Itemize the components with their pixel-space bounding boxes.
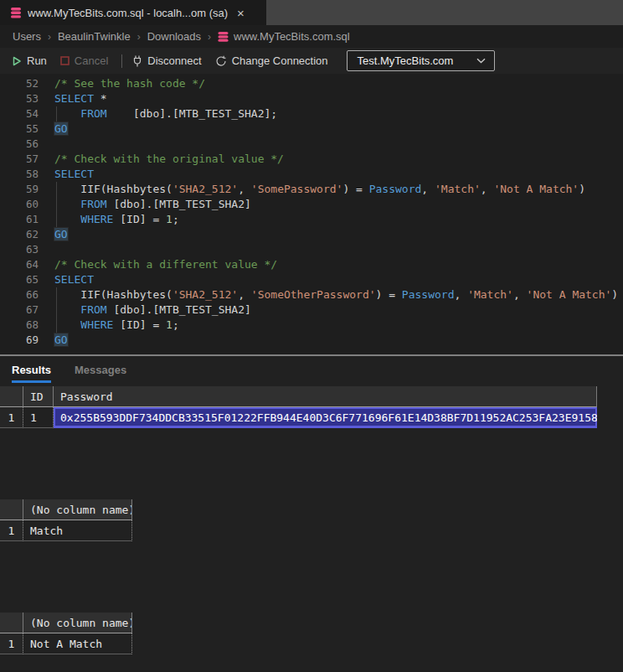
- column-header[interactable]: ID: [23, 386, 54, 407]
- line-number: 58: [0, 167, 39, 182]
- code-text: IIF(Hashbytes('SHA2_512', 'SomeOtherPass…: [54, 287, 618, 302]
- line-number: 56: [0, 137, 39, 152]
- grid-corner-cell[interactable]: [0, 386, 23, 407]
- code-line[interactable]: 59 IIF(Hashbytes('SHA2_512', 'SomePasswo…: [0, 182, 623, 197]
- code-token: ) =: [342, 183, 368, 195]
- row-number-cell[interactable]: 1: [0, 520, 23, 541]
- grid-cell[interactable]: 0x255B593DDF734DDCB33515F01222FFB944E40D…: [54, 407, 597, 428]
- results-tab-bar: Results Messages: [0, 356, 623, 383]
- code-line[interactable]: 53SELECT *: [0, 91, 623, 106]
- code-line[interactable]: 56: [0, 137, 623, 152]
- code-token: Password: [402, 288, 455, 301]
- line-number: 54: [0, 106, 39, 121]
- connection-dropdown[interactable]: Test.MyTecBits.com: [347, 50, 496, 71]
- code-text: SELECT: [54, 272, 94, 287]
- code-line[interactable]: 65SELECT: [0, 272, 623, 287]
- breadcrumb-item-users[interactable]: Users: [13, 30, 41, 43]
- change-connection-button[interactable]: Change Connection: [215, 54, 328, 67]
- code-token: [ID] =: [113, 213, 166, 225]
- line-number: 65: [0, 272, 39, 287]
- tab-bar: www.MyTecBits.com.sql - localh...om (sa)…: [0, 0, 623, 25]
- row-number-cell[interactable]: 1: [0, 633, 23, 654]
- grid-cell[interactable]: 1: [23, 407, 54, 428]
- code-line[interactable]: 68 WHERE [ID] = 1;: [0, 318, 623, 333]
- code-token: SELECT: [54, 92, 94, 105]
- tab-results[interactable]: Results: [12, 364, 51, 383]
- grid-cell[interactable]: Not A Match: [23, 633, 132, 654]
- indent-guide-line: [56, 287, 57, 302]
- breadcrumb-separator: ›: [48, 31, 51, 43]
- code-token: IIF(Hashbytes(: [54, 288, 172, 301]
- column-header[interactable]: Password: [54, 386, 597, 407]
- code-line[interactable]: 52/* See the hash code */: [0, 76, 623, 91]
- code-line[interactable]: 58SELECT: [0, 167, 623, 182]
- code-token: ,: [513, 288, 527, 301]
- code-token: [54, 198, 80, 210]
- code-token: 'Not A Match': [527, 288, 612, 301]
- line-number: 55: [0, 121, 39, 137]
- code-token: Password: [369, 183, 422, 195]
- chevron-down-icon: [476, 58, 486, 64]
- code-line[interactable]: 55GO: [0, 121, 623, 137]
- code-token: ,: [421, 183, 435, 195]
- code-line[interactable]: 67 FROM [dbo].[MTB_TEST_SHA2]: [0, 302, 623, 318]
- code-token: ;: [172, 318, 179, 331]
- row-number-cell[interactable]: 1: [0, 407, 23, 428]
- code-line[interactable]: 60 FROM [dbo].[MTB_TEST_SHA2]: [0, 197, 623, 212]
- code-token: [dbo].[MTB_TEST_SHA2]: [107, 303, 251, 316]
- results-panel: Results Messages IDPassword110x255B593DD…: [0, 356, 623, 670]
- grid-cell[interactable]: Match: [23, 520, 132, 541]
- line-number: 63: [0, 242, 39, 257]
- table-row: 1Not A Match: [0, 633, 132, 654]
- code-token: ,: [238, 183, 251, 195]
- line-number: 53: [0, 91, 39, 106]
- grid-corner-cell[interactable]: [0, 499, 23, 520]
- code-line[interactable]: 66 IIF(Hashbytes('SHA2_512', 'SomeOtherP…: [0, 287, 623, 302]
- grid-corner-cell[interactable]: [0, 613, 23, 633]
- close-icon[interactable]: ×: [237, 7, 245, 19]
- line-number: 67: [0, 302, 39, 318]
- code-token: /* Check with the original value */: [54, 152, 284, 165]
- code-area: 52/* See the hash code */53SELECT *54 FR…: [0, 76, 623, 348]
- indent-guide-line: [56, 182, 57, 197]
- breadcrumb-item-file[interactable]: www.MyTecBits.com.sql: [218, 30, 350, 43]
- column-header[interactable]: (No column name): [23, 499, 132, 520]
- line-number: 59: [0, 182, 39, 197]
- code-text: /* See the hash code */: [54, 76, 205, 91]
- run-button[interactable]: Run: [12, 54, 47, 67]
- disconnect-button[interactable]: Disconnect: [132, 54, 201, 67]
- line-number: 52: [0, 76, 39, 91]
- column-header[interactable]: (No column name): [23, 613, 132, 633]
- code-line[interactable]: 61 WHERE [ID] = 1;: [0, 212, 623, 227]
- line-number: 69: [0, 333, 39, 348]
- code-token: FROM: [80, 198, 106, 210]
- code-text: FROM [dbo].[MTB_TEST_SHA2];: [54, 106, 277, 121]
- code-line[interactable]: 64/* Check with a different value */: [0, 257, 623, 272]
- plug-disconnect-icon: [132, 55, 142, 67]
- code-line[interactable]: 69GO: [0, 333, 623, 348]
- code-token: GO: [54, 333, 68, 346]
- sql-code-editor[interactable]: 52/* See the hash code */53SELECT *54 FR…: [0, 74, 623, 354]
- code-text: /* Check with a different value */: [54, 257, 277, 272]
- breadcrumb-separator: ›: [208, 31, 211, 43]
- code-token: [54, 318, 80, 331]
- code-line[interactable]: 63: [0, 242, 623, 257]
- code-line[interactable]: 54 FROM [dbo].[MTB_TEST_SHA2];: [0, 106, 623, 121]
- code-token: *: [94, 92, 107, 105]
- code-token: SELECT: [54, 273, 94, 286]
- code-token: ): [579, 183, 585, 195]
- line-number: 66: [0, 287, 39, 302]
- table-row: 110x255B593DDF734DDCB33515F01222FFB944E4…: [0, 407, 597, 428]
- code-token: ;: [172, 213, 179, 225]
- code-line[interactable]: 62GO: [0, 227, 623, 242]
- tab-messages[interactable]: Messages: [75, 364, 126, 383]
- code-token: WHERE: [80, 213, 113, 225]
- breadcrumb-item-user-folder[interactable]: BeaulinTwinkle: [58, 30, 131, 43]
- code-line[interactable]: 57/* Check with the original value */: [0, 152, 623, 167]
- cancel-button[interactable]: Cancel: [60, 54, 108, 67]
- toolbar-divider: [121, 54, 122, 68]
- editor-tab[interactable]: www.MyTecBits.com.sql - localh...om (sa)…: [0, 0, 266, 25]
- breadcrumb-item-downloads[interactable]: Downloads: [147, 30, 201, 43]
- code-token: [dbo].[MTB_TEST_SHA2];: [107, 107, 278, 120]
- code-token: 'SHA2_512': [172, 183, 238, 195]
